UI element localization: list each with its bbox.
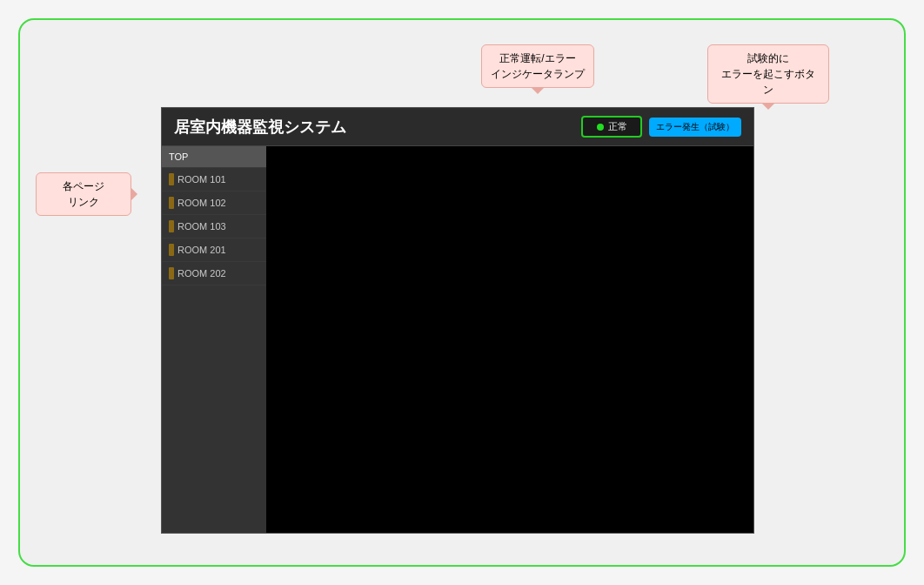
error-button[interactable]: エラー発生（試験） (649, 118, 741, 137)
nav-icon-room202 (169, 267, 174, 279)
callout-indicator-text: 正常運転/エラー インジケータランプ (491, 52, 585, 80)
sidebar-item-room103[interactable]: ROOM 103 (162, 215, 266, 239)
app-window: 居室内機器監視システム 正常 エラー発生（試験） TOP ROO (161, 107, 754, 534)
header-controls: 正常 エラー発生（試験） (581, 116, 741, 138)
nav-icon-room102 (169, 197, 174, 209)
callout-links-text: 各ページ リンク (63, 180, 104, 208)
callout-error-text: 試験的に エラーを起こすボタン (721, 52, 815, 96)
sidebar-item-room102[interactable]: ROOM 102 (162, 192, 266, 215)
app-header: 居室内機器監視システム 正常 エラー発生（試験） (162, 108, 753, 146)
status-indicator: 正常 (581, 116, 642, 138)
sidebar-item-room201[interactable]: ROOM 201 (162, 239, 266, 262)
outer-container: 正常運転/エラー インジケータランプ 試験的に エラーを起こすボタン 各ページ … (18, 18, 906, 567)
sidebar-item-room202[interactable]: ROOM 202 (162, 262, 266, 286)
sidebar: TOP ROOM 101 ROOM 102 ROOM 103 (162, 146, 266, 533)
app-title: 居室内機器監視システム (174, 117, 346, 138)
nav-icon-room201 (169, 244, 174, 256)
callout-indicator: 正常運転/エラー インジケータランプ (481, 44, 594, 88)
sidebar-item-top-label: TOP (169, 151, 188, 162)
callout-links: 各ページ リンク (36, 172, 131, 216)
main-content (266, 146, 753, 533)
callout-error-button: 試験的に エラーを起こすボタン (707, 44, 829, 104)
nav-icon-room103 (169, 220, 174, 232)
sidebar-item-room103-label: ROOM 103 (177, 221, 226, 232)
status-label: 正常 (608, 120, 627, 133)
app-body: TOP ROOM 101 ROOM 102 ROOM 103 (162, 146, 753, 533)
sidebar-item-room101[interactable]: ROOM 101 (162, 168, 266, 192)
status-dot (597, 124, 604, 131)
sidebar-item-top[interactable]: TOP (162, 146, 266, 168)
sidebar-item-room201-label: ROOM 201 (177, 245, 226, 255)
nav-icon-room101 (169, 173, 174, 185)
sidebar-item-room102-label: ROOM 102 (177, 198, 226, 208)
sidebar-item-room202-label: ROOM 202 (177, 268, 226, 279)
sidebar-item-room101-label: ROOM 101 (177, 174, 226, 185)
